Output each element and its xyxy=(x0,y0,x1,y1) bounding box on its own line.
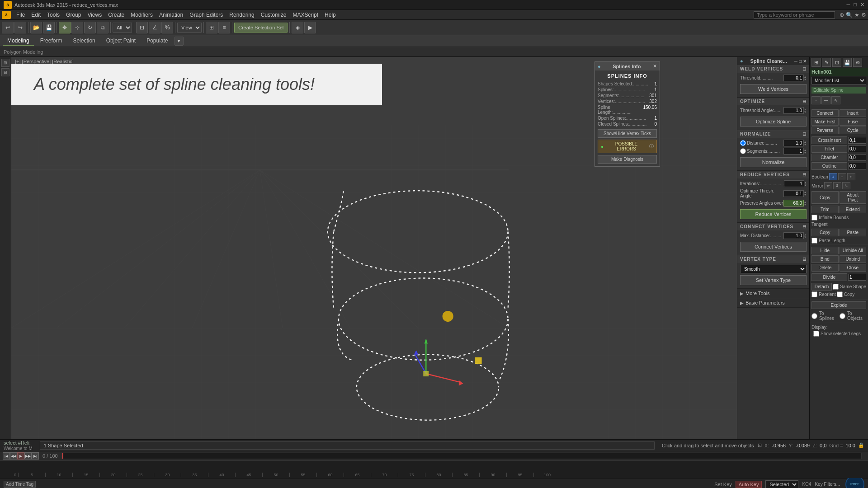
unhide-all-btn[interactable]: Unhide All xyxy=(840,247,867,254)
trim-btn[interactable]: Trim xyxy=(811,206,839,213)
rotate-btn[interactable]: ↻ xyxy=(84,22,96,33)
menu-create[interactable]: Create xyxy=(105,11,127,19)
modifier-list-dropdown[interactable]: Modifier List xyxy=(811,77,866,84)
to-objects-radio[interactable] xyxy=(840,313,845,319)
tb-icon4[interactable]: ⚙ xyxy=(861,12,866,18)
basic-params-label[interactable]: Basic Parameters xyxy=(745,300,785,305)
pa-spinner[interactable]: ▲▼ xyxy=(804,201,807,206)
menu-maxscript[interactable]: MAXScript xyxy=(290,11,321,19)
more-tools-row[interactable]: ▶ More Tools xyxy=(737,289,809,298)
scale-btn[interactable]: ⧉ xyxy=(97,22,108,33)
panel-icon-4[interactable]: 💾 xyxy=(843,58,852,67)
divide-val[interactable] xyxy=(848,274,866,281)
render-btn[interactable]: ▶ xyxy=(304,22,316,33)
open-btn[interactable]: 📂 xyxy=(30,22,42,33)
copy-mirror-btn[interactable]: Copy xyxy=(811,191,839,204)
vertex-type-dropdown[interactable]: Smooth Corner Bezier Bezier Corner xyxy=(740,265,807,273)
panel-min-btn[interactable]: ─ xyxy=(794,59,797,64)
norm-distance-radio[interactable] xyxy=(740,140,746,146)
connect-vertices-btn[interactable]: Connect Vertices xyxy=(740,242,807,252)
tb-icon2[interactable]: 🔍 xyxy=(846,12,853,18)
spline-level-btn[interactable]: ∿ xyxy=(831,96,840,104)
fillet-val[interactable] xyxy=(848,145,866,152)
menu-customize[interactable]: Customize xyxy=(258,11,289,19)
tb-icon3[interactable]: ★ xyxy=(854,12,859,18)
auto-key-btn[interactable]: Auto Key xyxy=(736,481,762,488)
norm-segments-input[interactable] xyxy=(783,148,804,155)
close-btn[interactable]: ✕ xyxy=(860,2,864,8)
menu-animation[interactable]: Animation xyxy=(156,11,186,19)
connect-btn[interactable]: Connect xyxy=(811,109,839,117)
timeline-bar[interactable] xyxy=(61,453,862,459)
extend-btn[interactable]: Extend xyxy=(840,206,867,213)
menu-file[interactable]: File xyxy=(14,11,28,19)
segment-level-btn[interactable]: — xyxy=(821,96,830,104)
reduce-vertices-header[interactable]: REDUCE VERTICES ⊟ xyxy=(737,171,809,178)
threshold-spinner[interactable]: ▲▼ xyxy=(804,75,807,81)
timeline-ruler[interactable]: 0 5 10 15 20 25 30 35 40 45 50 55 60 65 … xyxy=(0,460,868,478)
about-pivot-btn[interactable]: About Pivot xyxy=(840,191,867,204)
bind-btn[interactable]: Bind xyxy=(811,255,839,263)
vertex-level-btn[interactable]: · xyxy=(811,96,821,104)
maximize-btn[interactable]: □ xyxy=(854,2,857,8)
close-spline-btn[interactable]: Close xyxy=(840,264,867,272)
unbind-btn[interactable]: Unbind xyxy=(840,255,867,263)
menu-help[interactable]: Help xyxy=(322,11,339,19)
left-icon-1[interactable]: ⊞ xyxy=(1,59,9,67)
ribbon-btn[interactable]: ≡ xyxy=(218,22,230,33)
undo-btn[interactable]: ↩ xyxy=(2,22,14,33)
tab-more[interactable]: ▼ xyxy=(175,37,184,46)
save-btn[interactable]: 💾 xyxy=(43,22,55,33)
key-filters-btn[interactable]: Key Filters... xyxy=(815,482,840,487)
menu-group[interactable]: Group xyxy=(63,11,84,19)
crossinsert-val[interactable] xyxy=(848,137,866,144)
fuse-btn[interactable]: Fuse xyxy=(840,118,867,126)
minimize-btn[interactable]: ─ xyxy=(847,2,850,8)
menu-modifiers[interactable]: Modifiers xyxy=(128,11,156,19)
detach-btn[interactable]: Detach xyxy=(811,283,832,291)
redo-btn[interactable]: ↪ xyxy=(14,22,26,33)
reverse-btn[interactable]: Reverse xyxy=(811,127,839,134)
copy-tangent-btn[interactable]: Copy xyxy=(811,229,839,236)
divide-btn[interactable]: Divide xyxy=(811,273,847,281)
insert-btn[interactable]: Insert xyxy=(840,109,867,117)
add-time-tag-btn[interactable]: Add Time Tag xyxy=(4,481,36,488)
move-btn[interactable]: ⊹ xyxy=(71,22,83,33)
search-input[interactable] xyxy=(754,11,835,19)
left-icon-2[interactable]: ⊟ xyxy=(1,68,9,76)
make-first-btn[interactable]: Make First xyxy=(811,118,839,126)
create-selection-btn[interactable]: Create Selection Sel xyxy=(234,23,288,33)
hide-btn[interactable]: Hide xyxy=(811,247,839,254)
panel-icon-2[interactable]: ✎ xyxy=(822,58,831,67)
connect-vertices-header[interactable]: CONNECT VERTICES ⊟ xyxy=(737,223,809,230)
tab-freeform[interactable]: Freeform xyxy=(36,37,67,46)
cycle-btn[interactable]: Cycle xyxy=(840,127,867,134)
norm-dist-spinner[interactable]: ▲▼ xyxy=(804,141,807,146)
crossinsert-btn[interactable]: CrossInsert xyxy=(811,136,847,144)
select-btn[interactable]: ✥ xyxy=(59,22,71,33)
reorient-cb[interactable] xyxy=(811,291,817,297)
bool-sub-btn[interactable]: − xyxy=(838,173,846,180)
prev-key-btn[interactable]: ◀◀ xyxy=(10,452,17,460)
paste-length-cb[interactable] xyxy=(811,238,817,244)
selected-dropdown[interactable]: Selected xyxy=(765,480,798,488)
chamfer-val[interactable] xyxy=(848,154,866,161)
tab-object-paint[interactable]: Object Paint xyxy=(102,37,140,46)
delete-btn[interactable]: Delete xyxy=(811,264,839,272)
explode-btn[interactable]: Explode xyxy=(811,301,866,309)
play-btn[interactable]: ▶ xyxy=(17,452,24,460)
vertex-type-header[interactable]: VERTEX TYPE ⊟ xyxy=(737,255,809,263)
mirror-v-btn[interactable]: ⇕ xyxy=(833,182,841,189)
weld-vertices-btn[interactable]: Weld Vertices xyxy=(740,84,807,94)
outline-val[interactable] xyxy=(848,163,866,169)
menu-rendering[interactable]: Rendering xyxy=(226,11,257,19)
optimize-spline-btn[interactable]: Optimize Spline xyxy=(740,117,807,127)
normalize-header[interactable]: NORMALIZE ⊟ xyxy=(737,130,809,138)
view-dropdown[interactable]: View xyxy=(177,23,202,33)
opt-spinner[interactable]: ▲▼ xyxy=(804,108,807,113)
menu-tools[interactable]: Tools xyxy=(44,11,62,19)
norm-seg-spinner[interactable]: ▲▼ xyxy=(804,149,807,154)
next-frame-btn[interactable]: ▶| xyxy=(32,452,39,460)
make-diagnosis-btn[interactable]: Make Diagnosis xyxy=(598,155,657,164)
iter-spinner[interactable]: ▲▼ xyxy=(804,181,807,187)
